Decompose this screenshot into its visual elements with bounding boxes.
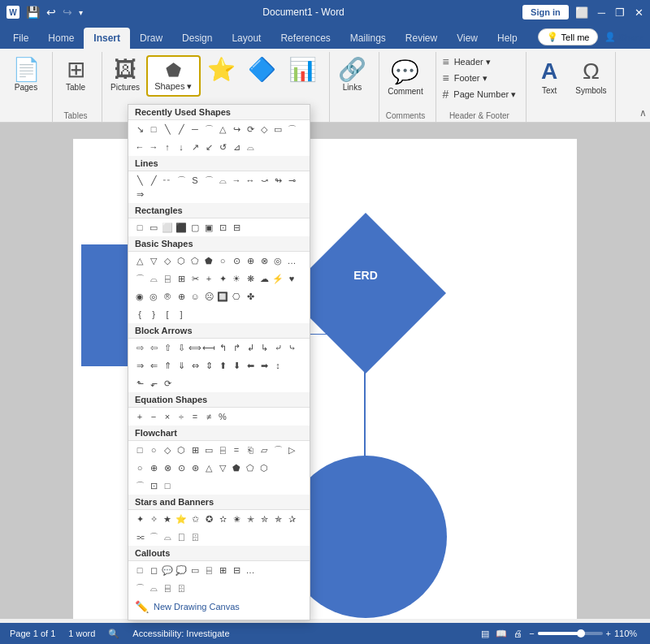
shape-item[interactable]: ⊟ (230, 564, 243, 577)
tab-home[interactable]: Home (38, 28, 84, 49)
shape-item[interactable]: ✤ (244, 290, 257, 303)
shape-item[interactable]: ⌒ (133, 479, 146, 492)
ribbon-collapse-button[interactable]: ∧ (639, 107, 647, 119)
shape-item[interactable]: ☀ (230, 272, 243, 285)
symbols-button[interactable]: Ω Symbols (570, 55, 611, 98)
shape-item[interactable]: ⌒ (271, 443, 284, 456)
comment-button[interactable]: 💬 Comment (383, 55, 427, 99)
shape-item[interactable]: ⇩ (175, 341, 188, 354)
shape-item[interactable]: ▭ (271, 123, 284, 136)
shape-item[interactable]: ⬠ (188, 254, 202, 267)
save-icon[interactable]: 💾 (24, 4, 41, 20)
shape-item[interactable]: ⎕ (175, 530, 188, 543)
chart-button[interactable]: 📊 (284, 55, 323, 86)
shape-item[interactable]: ⎗ (244, 443, 257, 456)
shape-item[interactable]: ↕ (271, 359, 284, 372)
shape-item[interactable]: ↓ (175, 140, 188, 153)
shape-item[interactable]: ⌒ (202, 123, 215, 136)
shape-item[interactable]: ⌒ (285, 123, 298, 136)
shape-item[interactable]: ⌒ (133, 272, 146, 285)
shape-item[interactable]: ✪ (202, 512, 215, 525)
shape-item[interactable]: ⬟ (230, 461, 243, 474)
shape-item[interactable]: ✭ (244, 512, 257, 525)
shape-item[interactable]: ↲ (244, 341, 257, 354)
shape-item[interactable]: ⟳ (161, 377, 174, 390)
shape-item[interactable]: ⬜ (161, 221, 174, 234)
shape-item[interactable]: ▷ (285, 443, 298, 456)
shape-item[interactable]: × (161, 410, 174, 423)
shape-item[interactable]: ⌸ (161, 581, 174, 594)
shape-item[interactable]: ⌓ (244, 140, 257, 153)
shape-item[interactable]: ← (133, 140, 146, 153)
shape-item[interactable]: ╲ (133, 174, 146, 187)
shape-item[interactable]: ⭐ (175, 512, 188, 525)
shape-item[interactable]: ╱ (147, 174, 160, 187)
shape-item[interactable]: ⊗ (258, 254, 271, 267)
close-button[interactable]: ✕ (635, 6, 644, 19)
document-area[interactable]: ERD (0, 123, 650, 619)
shape-item[interactable]: ✦ (133, 512, 146, 525)
shape-item[interactable]: ⬇ (230, 359, 243, 372)
tab-draw[interactable]: Draw (130, 28, 172, 49)
shape-item[interactable]: ➡ (258, 359, 271, 372)
shape-item[interactable]: ⊟ (230, 221, 243, 234)
shape-item[interactable]: ⊗ (161, 461, 174, 474)
shape-item[interactable]: … (244, 564, 257, 577)
shape-item[interactable]: ⇒ (133, 188, 146, 201)
shape-item[interactable]: ▭ (147, 221, 160, 234)
shape-item[interactable]: − (147, 410, 160, 423)
shape-item[interactable]: → (147, 140, 160, 153)
shape-item[interactable]: ⤶ (271, 341, 284, 354)
shape-item[interactable]: ⬆ (216, 359, 229, 372)
shape-item[interactable]: ⊿ (230, 140, 243, 153)
shape-item[interactable]: ◇ (161, 443, 174, 456)
shape-item[interactable]: ◇ (161, 254, 174, 267)
shape-item[interactable]: ⇧ (161, 341, 174, 354)
shape-item[interactable]: 🔲 (216, 290, 229, 303)
icons-button[interactable]: ⭐ (202, 55, 241, 86)
shape-item[interactable]: = (188, 410, 202, 423)
shape-item[interactable]: ] (175, 308, 188, 321)
layout-view-icon[interactable]: ▤ (481, 629, 489, 639)
shape-item[interactable]: ⟺ (188, 341, 202, 354)
shape-item[interactable]: ╴╴ (161, 174, 174, 187)
zoom-out-icon[interactable]: − (529, 629, 534, 638)
shape-item[interactable]: ▭ (202, 443, 215, 456)
shape-item[interactable]: + (133, 410, 146, 423)
shape-item[interactable]: ✂ (188, 272, 202, 285)
ribbon-toggle-icon[interactable]: ⬜ (575, 6, 588, 19)
shape-item[interactable]: ⌹ (175, 581, 188, 594)
shape-item[interactable]: ® (161, 290, 174, 303)
shape-item[interactable]: ⬟ (202, 254, 215, 267)
shape-item[interactable]: ⇨ (133, 341, 146, 354)
shape-item[interactable]: □ (133, 443, 146, 456)
shape-item[interactable]: ✯ (271, 512, 284, 525)
shape-item[interactable]: ⌒ (147, 530, 160, 543)
shape-item[interactable]: ⬐ (147, 377, 160, 390)
shape-item[interactable]: ☁ (258, 272, 271, 285)
restore-button[interactable]: ❐ (615, 6, 625, 19)
shape-item[interactable]: = (230, 443, 243, 456)
shape-item[interactable]: [ (161, 308, 174, 321)
shape-item[interactable]: ↘ (133, 123, 146, 136)
shape-item[interactable]: ⊕ (147, 461, 160, 474)
text-button[interactable]: A Text (530, 55, 569, 98)
shape-item[interactable]: ◎ (147, 290, 160, 303)
shape-item[interactable]: ⌒ (202, 174, 215, 187)
shape-item[interactable]: ☺ (188, 290, 202, 303)
shape-item[interactable]: ⟳ (244, 123, 257, 136)
shape-item[interactable]: ○ (133, 461, 146, 474)
shape-item[interactable]: ⌒ (133, 581, 146, 594)
tab-design[interactable]: Design (172, 28, 222, 49)
shape-item[interactable]: ⊕ (244, 254, 257, 267)
tab-layout[interactable]: Layout (222, 28, 271, 49)
shape-item[interactable]: ⊡ (147, 479, 160, 492)
tell-me-input[interactable]: 💡 Tell me (538, 28, 599, 45)
shape-item[interactable]: ⤻ (258, 174, 271, 187)
shape-item[interactable]: ─ (188, 123, 202, 136)
shape-item[interactable]: … (285, 254, 298, 267)
shape-item[interactable]: → (230, 174, 243, 187)
redo-icon[interactable]: ↪ (61, 4, 74, 20)
accessibility-label[interactable]: Accessibility: Investigate (132, 629, 229, 638)
header-button[interactable]: ≡ Header ▾ (440, 54, 520, 70)
